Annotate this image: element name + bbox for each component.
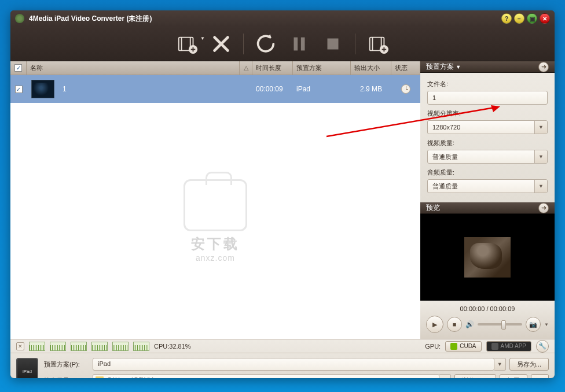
preview-panel-header[interactable]: 预览 ➜: [420, 202, 555, 214]
file-list-pane: ✓ 名称 △ 时间长度 预置方案 输出大小 状态 ✓ 1 00:00:09 iP…: [10, 61, 420, 339]
output-row-label: 输出目录(D):: [44, 376, 89, 379]
minimize-button[interactable]: −: [514, 13, 524, 24]
window-title: 4Media iPad Video Converter (未注册): [29, 14, 501, 24]
header-duration[interactable]: 时间长度: [252, 61, 293, 75]
row-checkbox[interactable]: ✓: [15, 86, 23, 93]
gpu-label: GPU:: [425, 343, 441, 350]
list-body[interactable]: 安下载 anxz.com: [10, 103, 420, 339]
cpu-graph: [91, 342, 108, 351]
svg-rect-10: [328, 38, 339, 49]
row-thumbnail: [31, 80, 54, 98]
row-preset: iPad: [293, 85, 351, 93]
watermark: 安下载 anxz.com: [184, 179, 247, 262]
add-file-button[interactable]: ▼: [176, 32, 199, 56]
audio-quality-label: 音频质量:: [427, 168, 548, 177]
right-pane: 预置方案 ▼ ➜ 文件名: 视频分辨率: 1280x720▼ 视频质量: 普通质…: [420, 61, 555, 339]
app-window: 4Media iPad Video Converter (未注册) ? − ▣ …: [10, 10, 555, 378]
maximize-button[interactable]: ▣: [527, 13, 537, 24]
header-status[interactable]: 状态: [391, 61, 420, 75]
resolution-select[interactable]: 1280x720▼: [427, 120, 548, 134]
chevron-down-icon[interactable]: ▼: [439, 374, 451, 378]
toolbar: ▼: [10, 27, 555, 61]
preview-frame: [464, 237, 511, 278]
header-preset[interactable]: 预置方案: [293, 61, 351, 75]
chevron-down-icon[interactable]: ▼: [494, 358, 506, 371]
volume-slider[interactable]: [478, 323, 522, 326]
cpu-label: CPU:32.81%: [154, 343, 191, 350]
browse-button[interactable]: 浏览(B)...: [454, 374, 496, 378]
preset-row-label: 预置方案(P):: [44, 360, 89, 369]
chevron-down-icon: ▼: [534, 150, 547, 163]
header-size[interactable]: 输出大小: [351, 61, 391, 75]
row-size: 2.9 MB: [351, 85, 391, 93]
header-check[interactable]: ✓: [10, 61, 27, 75]
output-path-input[interactable]: C:\Users\CS\Videos: [93, 374, 439, 378]
remove-button[interactable]: [210, 32, 233, 56]
open-button[interactable]: 打开: [500, 374, 527, 378]
video-quality-select[interactable]: 普通质量▼: [427, 150, 548, 164]
preset-go-button[interactable]: ➜: [538, 62, 549, 72]
preset-panel-header[interactable]: 预置方案 ▼ ➜: [420, 61, 555, 73]
amd-badge[interactable]: AMD APP: [486, 341, 531, 352]
cuda-badge[interactable]: CUDA: [445, 341, 481, 352]
preset-row-input[interactable]: iPad: [93, 358, 494, 371]
device-icon: iPad: [16, 358, 38, 378]
gpu-settings-button[interactable]: 🔧: [536, 340, 549, 353]
filename-input[interactable]: [427, 91, 548, 105]
titlebar[interactable]: 4Media iPad Video Converter (未注册) ? − ▣ …: [10, 10, 555, 27]
export-button[interactable]: »🖫: [531, 374, 549, 378]
header-name[interactable]: 名称: [27, 61, 240, 75]
resolution-label: 视频分辨率:: [427, 109, 548, 118]
pending-icon: [401, 84, 410, 94]
snapshot-button[interactable]: 📷: [526, 317, 541, 332]
volume-icon[interactable]: 🔊: [465, 320, 474, 328]
pause-button[interactable]: [288, 32, 311, 56]
bottom-area: ✕ CPU:32.81% GPU: CUDA AMD APP 🔧 iPad 预置…: [10, 339, 555, 378]
row-name: 1: [59, 85, 252, 93]
settings-row: iPad 预置方案(P): iPad ▼ 另存为... 输出目录(D): C:\…: [10, 353, 555, 378]
audio-quality-select[interactable]: 普通质量▼: [427, 179, 548, 193]
chevron-down-icon: ▼: [534, 121, 547, 134]
cpu-close-icon[interactable]: ✕: [16, 342, 24, 350]
folder-icon: [96, 376, 104, 378]
cpu-graph: [112, 342, 129, 351]
snapshot-menu-icon[interactable]: ▼: [544, 322, 549, 327]
cpu-graph: [50, 342, 66, 351]
cpu-graph: [29, 342, 45, 351]
stop-preview-button[interactable]: ■: [447, 317, 462, 332]
list-row[interactable]: ✓ 1 00:00:09 iPad 2.9 MB: [10, 75, 420, 103]
help-button[interactable]: ?: [501, 13, 512, 24]
preview-go-button[interactable]: ➜: [538, 203, 549, 213]
cpu-row: ✕ CPU:32.81% GPU: CUDA AMD APP 🔧: [10, 339, 555, 353]
header-sort-icon[interactable]: △: [240, 61, 252, 75]
preset-panel-body: 文件名: 视频分辨率: 1280x720▼ 视频质量: 普通质量▼ 音频质量: …: [420, 73, 555, 202]
chevron-down-icon: ▼: [534, 180, 547, 193]
convert-button[interactable]: [254, 32, 277, 56]
save-as-button[interactable]: 另存为...: [509, 358, 549, 371]
list-header: ✓ 名称 △ 时间长度 预置方案 输出大小 状态: [10, 61, 420, 75]
cpu-graph: [71, 342, 87, 351]
play-button[interactable]: ▶: [426, 316, 443, 333]
close-button[interactable]: ✕: [540, 13, 550, 24]
add-output-button[interactable]: [366, 32, 389, 56]
chevron-down-icon: ▼: [456, 64, 461, 70]
svg-rect-8: [294, 37, 298, 50]
filename-label: 文件名:: [427, 80, 548, 88]
row-duration: 00:00:09: [252, 85, 293, 93]
app-icon: [15, 14, 24, 23]
stop-button[interactable]: [321, 32, 344, 56]
player-bar: 00:00:00 / 00:00:09 ▶ ■ 🔊 📷 ▼: [420, 301, 555, 339]
preview-area[interactable]: [420, 214, 555, 301]
cpu-graph: [133, 342, 149, 351]
video-quality-label: 视频质量:: [427, 139, 548, 147]
time-display: 00:00:00 / 00:00:09: [426, 305, 549, 312]
svg-rect-9: [301, 37, 305, 50]
